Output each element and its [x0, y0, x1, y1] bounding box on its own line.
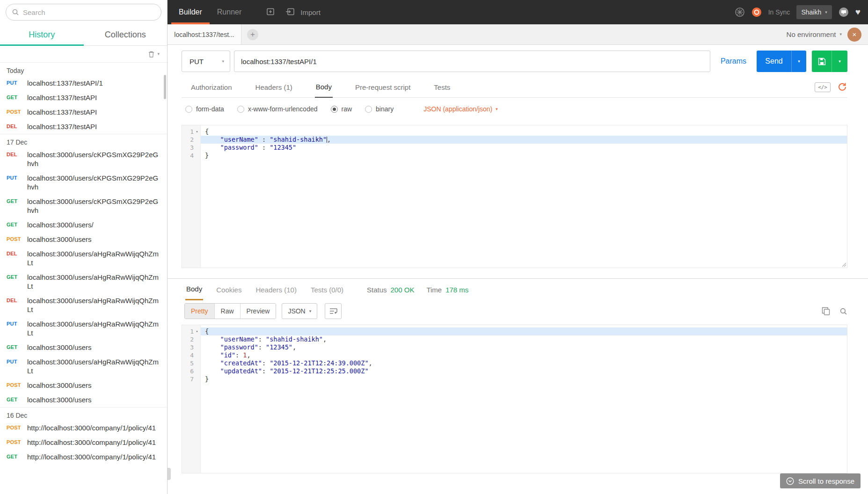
history-url-label: localhost:3000/users: [27, 235, 92, 244]
history-url-label: localhost:3000/users/aHgRaRwWijqQhZmLt: [27, 249, 161, 267]
body-type-option[interactable]: x-www-form-urlencoded: [237, 105, 318, 113]
history-item[interactable]: PUT localhost:1337/testAPI/1: [0, 76, 167, 90]
response-format-dropdown[interactable]: JSON ▾: [282, 303, 317, 319]
history-method-label: PUT: [7, 320, 27, 327]
open-request-tab[interactable]: localhost:1337/test...: [168, 24, 241, 44]
copy-response-button[interactable]: [822, 307, 830, 315]
view-mode-button[interactable]: Raw: [214, 304, 240, 319]
method-dropdown[interactable]: PUT ▾: [182, 51, 230, 72]
time-value: 178 ms: [445, 286, 468, 294]
environment-quicklook-icon[interactable]: ×: [847, 28, 861, 42]
code-token: "password": [220, 343, 258, 351]
request-tab[interactable]: Body: [315, 77, 333, 98]
history-item[interactable]: GET localhost:3000/users: [0, 392, 167, 407]
radio-icon: [331, 106, 338, 113]
revert-icon[interactable]: [837, 82, 847, 92]
heart-icon[interactable]: ♥: [855, 7, 861, 17]
history-item[interactable]: POST http://localhost:3000/company/1/pol…: [0, 421, 167, 435]
body-type-option[interactable]: raw: [331, 105, 352, 113]
tab-runner[interactable]: Runner: [210, 0, 249, 24]
search-input[interactable]: [23, 8, 155, 16]
notifications-icon[interactable]: [839, 7, 849, 17]
history-item[interactable]: DEL localhost:3000/users/aHgRaRwWijqQhZm…: [0, 293, 167, 317]
new-tab-button[interactable]: [262, 8, 281, 16]
chevron-down-icon[interactable]: ▾: [157, 52, 160, 56]
generate-code-icon[interactable]: </>: [815, 82, 831, 92]
request-tab[interactable]: Authorization: [190, 77, 233, 97]
code-token: {: [205, 128, 209, 135]
import-label[interactable]: Import: [299, 8, 321, 16]
code-token: "password": [220, 144, 258, 151]
tab-collections[interactable]: Collections: [84, 24, 168, 45]
view-mode-button[interactable]: Pretty: [185, 304, 214, 319]
content-type-dropdown[interactable]: JSON (application/json) ▾: [423, 105, 498, 113]
history-item[interactable]: GET localhost:3000/users/: [0, 218, 167, 232]
history-date-label: 17 Dec: [0, 134, 167, 147]
history-item[interactable]: PUT localhost:3000/users/aHgRaRwWijqQhZm…: [0, 355, 167, 378]
tab-builder[interactable]: Builder: [171, 0, 210, 24]
sidebar-resize-handle[interactable]: [168, 468, 171, 480]
send-options-button[interactable]: ▾: [791, 51, 806, 72]
history-item[interactable]: GET localhost:3000/users/aHgRaRwWijqQhZm…: [0, 270, 167, 293]
history-item[interactable]: DEL localhost:3000/users/cKPGSmXG29P2eGh…: [0, 147, 167, 171]
sync-settings-icon[interactable]: [735, 7, 745, 17]
sync-status-icon[interactable]: [751, 7, 762, 17]
history-item[interactable]: DEL localhost:3000/users/aHgRaRwWijqQhZm…: [0, 247, 167, 270]
history-item[interactable]: GET localhost:3000/users: [0, 340, 167, 355]
response-tab[interactable]: Body: [185, 279, 203, 300]
search-response-button[interactable]: [839, 307, 847, 315]
tab-history[interactable]: History: [0, 24, 84, 45]
wrap-lines-button[interactable]: [325, 303, 342, 319]
history-url-label: localhost:1337/testAPI/1: [27, 79, 103, 87]
code-token: ,: [292, 343, 296, 351]
params-button[interactable]: Params: [712, 51, 755, 72]
response-tab[interactable]: Headers (10): [255, 280, 298, 300]
request-body-editor[interactable]: 1 ▾ 2 3 4: [182, 125, 847, 268]
request-tab[interactable]: Pre-request script: [354, 77, 411, 97]
response-tab[interactable]: Cookies: [215, 280, 242, 300]
request-tab[interactable]: Headers (1): [255, 77, 293, 97]
history-item[interactable]: GET localhost:3000/users/cKPGSmXG29P2eGh…: [0, 194, 167, 218]
code-token: [205, 343, 220, 351]
history-item[interactable]: PUT localhost:3000/users/cKPGSmXG29P2eGh…: [0, 171, 167, 194]
view-mode-button[interactable]: Preview: [240, 304, 276, 319]
code-line: "updatedAt": "2015-12-21T12:25:25.000Z": [201, 367, 847, 375]
fold-marker-icon[interactable]: ▾: [194, 130, 200, 134]
history-group: Today PUT localhost:1337/testAPI/1 GET l…: [0, 63, 167, 134]
add-tab-button[interactable]: +: [247, 29, 258, 40]
response-body-viewer[interactable]: 1 ▾ 2 3: [182, 325, 847, 473]
save-button[interactable]: [812, 51, 832, 72]
send-button-group: Send ▾: [757, 51, 806, 72]
history-item[interactable]: POST localhost:3000/users: [0, 378, 167, 392]
editor-resize-handle[interactable]: [841, 262, 846, 267]
fold-marker-icon[interactable]: ▾: [194, 329, 200, 334]
history-item[interactable]: GET localhost:1337/testAPI: [0, 90, 167, 105]
import-button[interactable]: [281, 8, 299, 16]
chevron-down-icon: ▾: [825, 10, 827, 15]
response-tab[interactable]: Tests (0/0): [310, 280, 344, 300]
clear-history-button[interactable]: [148, 51, 155, 58]
history-url-label: localhost:3000/users/cKPGSmXG29P2eGhvh: [27, 150, 161, 168]
history-method-label: DEL: [7, 150, 27, 157]
history-item[interactable]: DEL localhost:1337/testAPI: [0, 119, 167, 134]
history-item[interactable]: GET http://localhost:3000/company/1/poli…: [0, 450, 167, 464]
line-number: 6: [190, 368, 194, 375]
history-item[interactable]: POST localhost:3000/users: [0, 232, 167, 247]
environment-selector[interactable]: No environment ▾: [787, 30, 842, 38]
user-menu-button[interactable]: Shaikh ▾: [796, 5, 832, 19]
request-tab[interactable]: Tests: [433, 77, 451, 97]
send-button[interactable]: Send: [757, 51, 791, 72]
sidebar-scrollbar[interactable]: [164, 75, 166, 99]
history-item[interactable]: PUT localhost:3000/users/aHgRaRwWijqQhZm…: [0, 317, 167, 340]
history-item[interactable]: POST http://localhost:3000/company/1/pol…: [0, 435, 167, 450]
body-type-option[interactable]: binary: [365, 105, 394, 113]
scroll-to-response-button[interactable]: Scroll to response: [780, 473, 861, 488]
time-label: Time: [426, 286, 442, 294]
history-list: Today PUT localhost:1337/testAPI/1 GET l…: [0, 63, 167, 494]
url-input[interactable]: [234, 51, 710, 72]
editor-code-area[interactable]: { "userName" : "shahid-shaikh", "passwor…: [201, 125, 847, 268]
history-item[interactable]: POST localhost:1337/testAPI: [0, 105, 167, 119]
editor-code-area[interactable]: { "userName": "shahid-shaikh", "password…: [201, 325, 847, 473]
body-type-option[interactable]: form-data: [185, 105, 224, 113]
save-options-button[interactable]: ▾: [832, 51, 847, 72]
